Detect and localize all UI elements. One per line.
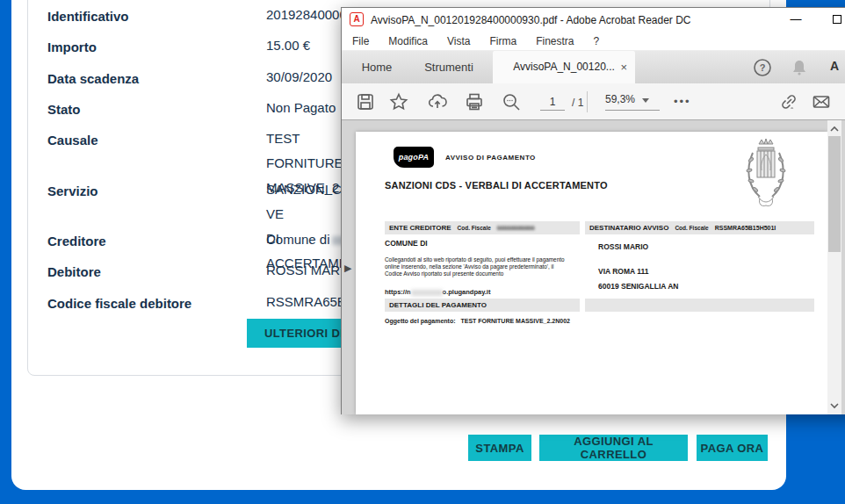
document-canvas: ▶ pagoPA AVVISO DI PAGAMENTO SANZIONI CD… (342, 120, 845, 414)
tab-strumenti[interactable]: Strumenti (412, 51, 486, 83)
ente-creditore-header: ENTE CREDITORE Cod. Fiscale 00000000000 (385, 221, 580, 234)
pdf-document-title: SANZIONI CDS - VERBALI DI ACCERTAMENTO (385, 180, 608, 191)
save-icon[interactable] (356, 92, 375, 112)
dettagli-pagamento-header-right (585, 299, 814, 312)
row-label: Debitore (47, 264, 241, 279)
screen: Identificativo 20192840000093 Importo 15… (0, 0, 845, 504)
scroll-down-icon[interactable] (827, 399, 841, 413)
cloud-upload-icon[interactable] (428, 92, 447, 112)
page-total-label: / 1 (572, 97, 583, 109)
scroll-up-icon[interactable] (827, 122, 841, 136)
acrobat-reader-window: A AvvisoPA_N_001201928400000930.pdf - Ad… (341, 7, 845, 414)
menu-help[interactable]: ? (594, 35, 600, 47)
more-tools-icon[interactable]: ••• (674, 95, 691, 108)
toolbar: / 1 59,3% ••• (342, 83, 845, 120)
tab-home[interactable]: Home (349, 51, 405, 83)
notifications-bell-icon[interactable] (790, 58, 809, 77)
destinatario-address: VIA ROMA 111 (598, 267, 648, 276)
oggetto-pagamento: Oggetto del pagamento: TEST FORNITURE MA… (385, 318, 570, 324)
menu-bar: File Modifica Vista Firma Finestra ? (342, 32, 845, 51)
maximize-button[interactable] (818, 8, 845, 32)
row-label: Data scadenza (47, 71, 241, 86)
window-title: AvvisoPA_N_001201928400000930.pdf - Adob… (371, 14, 691, 26)
sign-in-partial[interactable]: A (830, 59, 839, 73)
municipal-crest-icon (740, 135, 791, 212)
zoom-search-icon[interactable] (502, 92, 521, 112)
payment-instructions-note: Collegandoti al sito web riportato di se… (385, 256, 569, 277)
menu-finestra[interactable]: Finestra (536, 35, 574, 47)
pdf-file-icon: A (350, 12, 364, 26)
chevron-down-icon (642, 98, 649, 103)
row-label: Stato (47, 102, 241, 117)
dettagli-pagamento-header: DETTAGLI DEL PAGAMENTO (385, 299, 580, 312)
menu-file[interactable]: File (352, 35, 369, 47)
destinatario-header: DESTINATARIO AVVISO Cod. Fiscale RSSMRA6… (585, 221, 814, 234)
help-icon[interactable]: ? (753, 58, 772, 77)
favorites-star-icon[interactable] (389, 92, 408, 112)
print-icon[interactable] (465, 92, 484, 112)
share-link-icon[interactable] (779, 92, 798, 112)
destinatario-city: 60019 SENIGALLIA AN (598, 282, 678, 291)
navigation-pane-toggle-icon[interactable]: ▶ (344, 263, 351, 274)
tab-document-label: AvvisoPA_N_00120... (513, 51, 615, 83)
redacted-smudge (411, 290, 443, 296)
email-icon[interactable] (812, 92, 831, 112)
window-titlebar[interactable]: A AvvisoPA_N_001201928400000930.pdf - Ad… (342, 8, 845, 32)
destinatario-name: ROSSI MARIO (598, 242, 648, 251)
maximize-icon (833, 15, 841, 24)
ente-name: COMUNE DI (385, 239, 428, 248)
pdf-page: pagoPA AVVISO DI PAGAMENTO SANZIONI CDS … (356, 132, 827, 414)
tab-document[interactable]: AvvisoPA_N_00120... × (493, 51, 635, 83)
row-label: Servizio (47, 184, 241, 198)
menu-modifica[interactable]: Modifica (388, 35, 428, 47)
svg-text:?: ? (760, 62, 766, 73)
stampa-button[interactable]: STAMPA (468, 435, 531, 461)
minimize-button[interactable]: — (776, 8, 815, 32)
vertical-scrollbar[interactable] (827, 120, 841, 414)
row-label: Importo (47, 40, 241, 54)
tab-bar: Home Strumenti AvvisoPA_N_00120... × ? A (342, 51, 845, 83)
redacted-cod-fiscale: 00000000000 (497, 225, 535, 231)
scrollbar-thumb[interactable] (828, 136, 841, 252)
zoom-level-control[interactable]: 59,3% (605, 93, 660, 111)
row-label: Creditore (47, 234, 241, 248)
payment-url: https://no.plugandpay.it (385, 288, 490, 296)
avviso-label: AVVISO DI PAGAMENTO (445, 154, 536, 162)
pagopa-logo: pagoPA (394, 147, 434, 168)
tab-close-icon[interactable]: × (620, 51, 627, 83)
menu-firma[interactable]: Firma (490, 35, 517, 47)
page-number-input[interactable] (540, 93, 565, 111)
paga-ora-button[interactable]: PAGA ORA (697, 435, 768, 461)
menu-vista[interactable]: Vista (447, 35, 470, 47)
row-label: Causale (47, 133, 241, 148)
row-label: Codice fiscale debitore (47, 296, 241, 311)
toolbar-divider (587, 91, 588, 112)
aggiungi-al-carrello-button[interactable]: AGGIUNGI AL CARRELLO (539, 435, 688, 461)
row-label: Identificativo (47, 9, 241, 24)
